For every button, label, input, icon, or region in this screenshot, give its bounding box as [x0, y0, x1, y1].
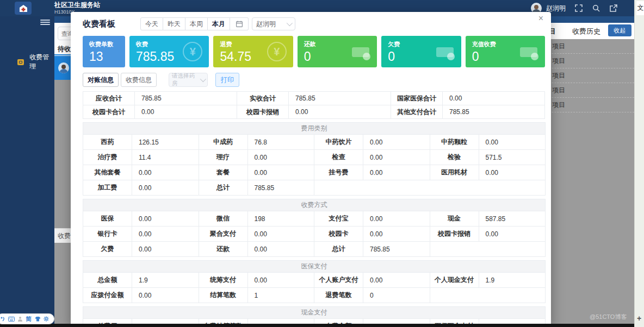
date-tab-0[interactable]: 今天	[140, 17, 163, 30]
field-value: 0.00	[363, 165, 430, 180]
print-button[interactable]: 打印	[215, 73, 239, 87]
empty-cell	[430, 242, 546, 257]
field-value: 0.00	[247, 227, 314, 242]
calendar-icon	[236, 21, 243, 27]
info-tabs-row: 对账信息收费信息 请选择药房 打印	[83, 73, 545, 87]
operator-select[interactable]: 赵润明	[252, 17, 295, 30]
stat-card-1: 收费单数13	[83, 36, 125, 67]
stat-card-6: 充值收费0	[466, 36, 545, 67]
close-icon[interactable]: ×	[538, 14, 543, 23]
fee-management-icon	[17, 59, 24, 65]
date-tab-1[interactable]: 昨天	[163, 17, 185, 30]
user-name: 赵润明	[546, 4, 566, 13]
empty-cell	[430, 288, 546, 303]
skin-icon[interactable]	[34, 316, 41, 322]
field-value: 785.85	[289, 92, 391, 105]
stat-card-label: 收费单数	[89, 40, 125, 48]
collapse-panel-button[interactable]: 收起	[608, 24, 631, 36]
stat-card-3: 退费54.75¥	[213, 36, 293, 67]
section-title: 医保支付	[83, 261, 546, 273]
field-label: 校园卡	[314, 227, 363, 242]
field-value: 0.00	[135, 105, 237, 119]
stat-card-value: 13	[89, 49, 125, 64]
settings-gear-icon[interactable]	[43, 316, 49, 322]
field-label: 结算笔数	[199, 288, 247, 303]
chevron-down-icon	[200, 76, 206, 82]
external-link-icon[interactable]	[609, 4, 618, 12]
date-tab-2[interactable]: 本周	[185, 17, 208, 30]
table-row: 西药126.15中成药76.8中药饮片0.00中药颗粒0.00	[83, 135, 546, 150]
section-fee-category: 费用类别西药126.15中成药76.8中药饮片0.00中药颗粒0.00治疗费11…	[83, 122, 545, 196]
field-label: 加工费	[83, 180, 132, 196]
field-value: 785.85	[443, 105, 545, 119]
field-value: 0.00	[363, 135, 430, 150]
person-icon[interactable]	[17, 316, 23, 322]
field-label: 实收合计	[237, 92, 289, 105]
section-title: 收费方式	[83, 199, 546, 211]
tab-fee-history[interactable]: 收费历史	[572, 27, 600, 36]
pharmacy-select[interactable]: 请选择药房	[169, 73, 208, 87]
keyboard-icon[interactable]	[8, 316, 15, 322]
table-row: 其他套餐0.00套餐0.00挂号费0.00医用耗材0.00	[83, 165, 546, 180]
zoom-plus-label[interactable]: +	[637, 314, 641, 323]
fee-dashboard-modal: × 收费看板 今天昨天本周本月 赵润明 收费单数13收费785.85¥退费54.…	[71, 12, 551, 327]
field-label: 微信	[199, 211, 247, 227]
field-value: 0.00	[479, 135, 546, 150]
recharge-hand-icon	[519, 42, 538, 61]
table-row: 加工费0.00总计785.85	[83, 180, 546, 196]
field-label: 校园卡合计	[83, 105, 135, 119]
field-value: 785.85	[135, 92, 237, 105]
field-label: 其他支付合计	[391, 105, 443, 119]
field-label: 检查	[314, 150, 363, 165]
section-title: 费用类别	[83, 123, 546, 135]
field-value: 587.85	[479, 211, 546, 227]
table-row: 医保0.00微信198支付宝0.00现金587.85	[83, 211, 546, 227]
field-label: 银行卡	[83, 227, 132, 242]
field-value: 1.9	[479, 273, 546, 288]
field-value: 0.00	[132, 180, 199, 196]
info-tab-0[interactable]: 对账信息	[83, 73, 119, 87]
field-value: 0.00	[363, 150, 430, 165]
field-value: 0	[363, 288, 430, 303]
tab-pending[interactable]: 待收	[58, 45, 71, 54]
field-label: 理疗	[199, 150, 247, 165]
field-label: 支付宝	[314, 211, 363, 227]
table-row: 应收合计785.85实收合计785.85国家医保合计0.00	[83, 92, 545, 105]
date-tab-3[interactable]: 本月	[208, 17, 230, 30]
info-tab-1[interactable]: 收费信息	[121, 73, 157, 87]
fullscreen-icon[interactable]	[574, 4, 583, 12]
field-value: 1	[247, 288, 314, 303]
sidebar-collapse-icon[interactable]	[40, 18, 50, 26]
field-label: 应拨付金额	[83, 288, 132, 303]
voice-icon[interactable]	[0, 316, 6, 322]
coins-clock-icon	[435, 42, 455, 61]
field-label: 聚合支付	[199, 227, 247, 242]
refund-yuan-icon: ¥	[267, 42, 287, 61]
pharmacy-select-placeholder: 请选择药房	[172, 72, 200, 87]
field-label: 个人现金支付	[430, 273, 479, 288]
field-value: 571.5	[479, 150, 546, 165]
field-value: 0.00	[479, 165, 546, 180]
simplified-chinese-label[interactable]: 简	[26, 316, 32, 322]
translate-extension-label[interactable]: 文	[636, 1, 644, 15]
field-label: 挂号费	[314, 165, 363, 180]
stat-card-5: 欠费0	[381, 36, 461, 67]
field-label: 现金	[430, 211, 479, 227]
section-summary: 应收合计785.85实收合计785.85国家医保合计0.00校园卡合计0.00校…	[83, 91, 545, 119]
report-tables: 应收合计785.85实收合计785.85国家医保合计0.00校园卡合计0.00校…	[83, 91, 545, 327]
table-payment-method: 收费方式医保0.00微信198支付宝0.00现金587.85银行卡0.00聚合支…	[83, 199, 546, 257]
section-title: 现金支付	[83, 307, 546, 319]
table-summary: 应收合计785.85实收合计785.85国家医保合计0.00校园卡合计0.00校…	[83, 91, 545, 119]
field-label: 校园卡报销	[430, 227, 479, 242]
search-icon[interactable]	[592, 4, 600, 12]
field-label: 西药	[83, 135, 132, 150]
table-fee-category: 费用类别西药126.15中成药76.8中药饮片0.00中药颗粒0.00治疗费11…	[83, 122, 546, 196]
field-value: 0.00	[247, 165, 314, 180]
calendar-button[interactable]	[230, 17, 249, 30]
field-value: 126.15	[132, 135, 199, 150]
sidebar-item-fee-management[interactable]: 收费管理	[0, 55, 54, 68]
clinic-logo-icon[interactable]	[15, 2, 32, 15]
field-value: 0.00	[289, 105, 391, 119]
chevron-down-icon	[287, 20, 293, 26]
field-value: 0.00	[132, 288, 199, 303]
